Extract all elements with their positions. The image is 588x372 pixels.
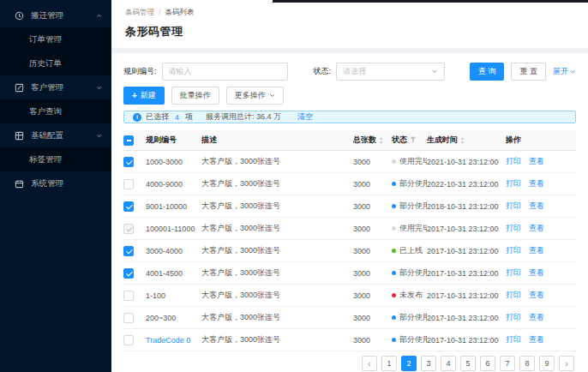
view-link[interactable]: 查看	[529, 201, 544, 212]
row-checkbox[interactable]	[123, 268, 134, 279]
cell-rule-no: 100001-11000	[146, 225, 201, 233]
more-operations-label: 更多操作	[235, 90, 266, 101]
sidebar-item[interactable]: 标签管理	[0, 147, 111, 171]
page-button-8[interactable]: 8	[519, 356, 535, 371]
row-checkbox[interactable]	[123, 224, 134, 234]
status-dot-icon	[392, 293, 396, 297]
print-link[interactable]: 打印	[506, 290, 521, 301]
row-checkbox[interactable]	[123, 157, 134, 167]
row-checkbox[interactable]	[123, 291, 134, 301]
chevron-down-icon	[96, 133, 102, 139]
prev-page-button[interactable]: ‹	[362, 356, 377, 371]
table-row: 4000-9000 大客户版，3000张连号 3000 部分使用 2022-10…	[123, 173, 576, 195]
cell-description: 大客户版，3000张连号	[201, 290, 353, 301]
status-select[interactable]: 请选择	[336, 63, 445, 81]
view-link[interactable]: 查看	[529, 245, 544, 256]
row-checkbox[interactable]	[123, 335, 134, 345]
select-all-checkbox[interactable]	[123, 135, 134, 146]
breadcrumb: 条码管理 / 条码列表	[125, 8, 574, 18]
reset-button[interactable]: 重 置	[511, 63, 546, 81]
expand-link[interactable]: 展开	[553, 66, 576, 77]
clear-selection-link[interactable]: 清空	[297, 111, 313, 123]
rule-no-label: 规则编号:	[123, 66, 157, 77]
cell-generated-time: 2017-10-31 23:12:00	[427, 225, 506, 233]
page-button-5[interactable]: 5	[460, 356, 476, 371]
sidebar-item[interactable]: 订单管理	[0, 27, 111, 51]
more-operations-dropdown[interactable]: 更多操作	[226, 87, 284, 105]
print-link[interactable]: 打印	[506, 156, 521, 167]
cell-description: 大客户版，3000张连号	[201, 156, 353, 167]
page-button-3[interactable]: 3	[421, 356, 436, 371]
page-button-2[interactable]: 2	[401, 356, 417, 371]
table-row: 1000-3000 大客户版，3000张连号 3000 使用完毕 2021-10…	[123, 151, 576, 173]
status-placeholder: 请选择	[343, 66, 366, 77]
row-checkbox[interactable]	[123, 246, 134, 256]
view-link[interactable]: 查看	[529, 312, 544, 323]
view-link[interactable]: 查看	[529, 223, 544, 234]
cell-rule-no: 1000-3000	[146, 158, 201, 166]
print-link[interactable]: 打印	[506, 201, 521, 212]
page-button-7[interactable]: 7	[500, 356, 515, 371]
selected-suffix: 项	[185, 111, 193, 123]
cell-total: 3000	[353, 225, 392, 233]
page-button-1[interactable]: 1	[381, 356, 397, 371]
cell-generated-time: 2017-10-31 23:12:00	[427, 291, 506, 300]
view-link[interactable]: 查看	[529, 334, 544, 345]
page-button-4[interactable]: 4	[441, 356, 456, 371]
expand-label: 展开	[553, 66, 568, 77]
sort-icon[interactable]: ▲▼	[460, 136, 465, 143]
cell-generated-time: 2018-10-31 23:12:00	[427, 202, 506, 211]
selected-prefix: 已选择	[146, 111, 169, 123]
view-link[interactable]: 查看	[529, 178, 544, 189]
table-row: 3000-4000 大客户版，3000张连号 3000 已上线 2017-10-…	[123, 240, 576, 262]
cell-rule-no: 3000-4000	[146, 247, 201, 255]
cell-description: 大客户版，3000张连号	[201, 223, 353, 234]
sidebar-item[interactable]: 历史订单	[0, 51, 111, 75]
print-link[interactable]: 打印	[506, 334, 521, 345]
status-text: 部分使用	[399, 201, 427, 212]
cell-description: 大客户版，3000张连号	[201, 245, 353, 256]
cell-rule-no[interactable]: TradeCode 0	[146, 336, 201, 345]
rule-no-input[interactable]: 请输入	[162, 63, 288, 81]
cell-total: 3000	[353, 336, 392, 345]
print-link[interactable]: 打印	[506, 312, 521, 323]
cell-description: 大客户版，3000张连号	[201, 201, 353, 212]
cell-total: 3000	[353, 202, 392, 211]
view-link[interactable]: 查看	[529, 290, 544, 301]
table-row: 4001-4500 大客户版，3000张连号 3000 部分使用 2017-10…	[123, 262, 576, 285]
cell-rule-no: 200~300	[146, 314, 201, 322]
print-link[interactable]: 打印	[506, 223, 521, 234]
cell-rule-no: 4001-4500	[146, 269, 201, 278]
sidebar-item[interactable]: 系统管理	[0, 171, 111, 195]
print-link[interactable]: 打印	[506, 267, 521, 279]
sidebar-item[interactable]: 客户管理	[0, 75, 111, 99]
status-text: 部分使用	[399, 334, 427, 345]
cell-status: 未发布	[392, 290, 427, 301]
cell-description: 大客户版，3000张连号	[201, 178, 353, 189]
view-link[interactable]: 查看	[529, 267, 544, 279]
sidebar-item-label: 客户管理	[31, 82, 63, 93]
print-link[interactable]: 打印	[506, 178, 521, 189]
next-page-button[interactable]: ›	[559, 356, 574, 371]
new-button[interactable]: + 新建	[123, 87, 165, 105]
print-link[interactable]: 打印	[506, 245, 521, 256]
sidebar-item-label: 系统管理	[31, 178, 63, 189]
sidebar-item[interactable]: 客户查询	[0, 99, 111, 123]
row-checkbox[interactable]	[123, 179, 134, 189]
filter-icon[interactable]	[410, 136, 417, 145]
status-text: 部分使用	[399, 267, 427, 279]
batch-operation-button[interactable]: 批量操作	[171, 87, 219, 105]
row-checkbox[interactable]	[123, 201, 134, 212]
search-button[interactable]: 查 询	[470, 63, 505, 81]
row-checkbox[interactable]	[123, 313, 134, 323]
cell-generated-time: 2017-10-31 23:12:00	[427, 247, 506, 255]
breadcrumb-item-barcode-management[interactable]: 条码管理	[125, 8, 154, 18]
sidebar-item[interactable]: 搬迁管理	[0, 3, 111, 27]
view-link[interactable]: 查看	[529, 156, 544, 167]
status-dot-icon	[392, 249, 396, 253]
page-button-6[interactable]: 6	[480, 356, 495, 371]
sort-icon[interactable]: ▲▼	[379, 136, 383, 143]
sidebar-item-label: 标签管理	[29, 154, 62, 165]
page-button-9[interactable]: 9	[539, 356, 555, 371]
sidebar-item[interactable]: 基础配置	[0, 123, 111, 147]
